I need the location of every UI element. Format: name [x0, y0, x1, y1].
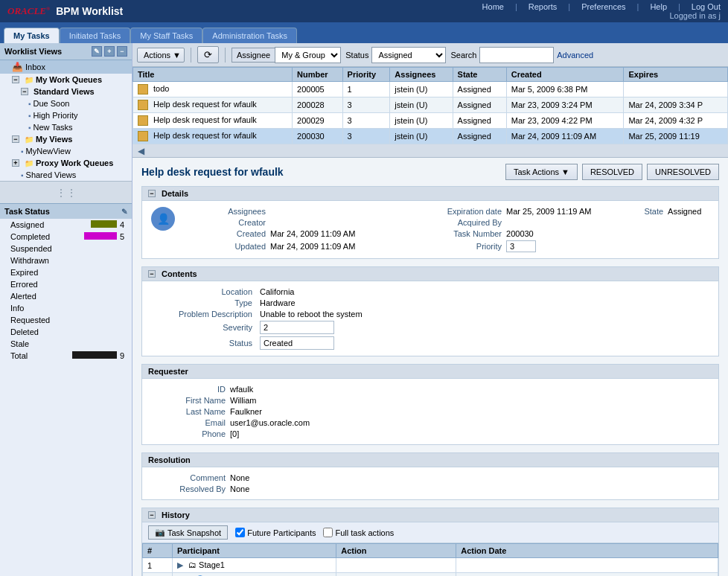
- status-select[interactable]: Assigned: [371, 47, 446, 63]
- col-header-title[interactable]: Title: [133, 68, 293, 82]
- sidebar: Worklist Views ✎ + − 📥 Inbox − 📁 My Work…: [0, 43, 132, 576]
- full-task-actions-checkbox[interactable]: [323, 528, 333, 537]
- task-actions-button[interactable]: Task Actions ▼: [505, 164, 578, 180]
- sidebar-item-inbox[interactable]: 📥 Inbox: [0, 60, 132, 74]
- sidebar-item-my-new-view[interactable]: ▪ MyNewView: [0, 145, 132, 157]
- status-row-suspended: Suspended: [0, 243, 132, 255]
- created-label: Created: [184, 229, 266, 238]
- logo-area: ORACLE® BPM Worklist: [7, 5, 123, 17]
- tab-administration-tasks[interactable]: Administration Tasks: [202, 28, 297, 43]
- table-row[interactable]: Help desk request for wfaulk 200028 3 js…: [133, 97, 728, 113]
- sidebar-remove-icon[interactable]: −: [117, 46, 127, 57]
- col-header-created[interactable]: Created: [506, 68, 624, 82]
- table-row[interactable]: Help desk request for wfaulk 200030 3 js…: [133, 129, 728, 144]
- folder-icon-work-queues: 📁: [25, 76, 33, 84]
- refresh-button[interactable]: ⟳: [197, 46, 219, 63]
- status-row-deleted: Deleted: [0, 326, 132, 338]
- sidebar-item-new-tasks[interactable]: ▪ New Tasks: [0, 121, 132, 133]
- history-col-action-date: Action Date: [456, 544, 718, 558]
- col-header-assignees[interactable]: Assignees: [390, 68, 453, 82]
- resolution-section-header[interactable]: Resolution: [142, 453, 718, 467]
- history-section-header[interactable]: − History: [142, 508, 718, 522]
- status-label-suspended: Suspended: [10, 244, 52, 253]
- task-snapshot-button[interactable]: 📷 Task Snapshot: [148, 525, 228, 540]
- sidebar-item-standard-views[interactable]: − Standard Views: [0, 86, 132, 97]
- task-status-edit-icon[interactable]: ✎: [121, 208, 127, 216]
- status-label-expired: Expired: [10, 268, 38, 277]
- status-row-stale: Stale: [0, 338, 132, 350]
- future-participants-checkbox[interactable]: [235, 528, 245, 537]
- nav-home[interactable]: Home: [482, 2, 504, 11]
- toolbar: Actions ▼ ⟳ Assignee My & Group Status A…: [132, 43, 728, 67]
- phone-value: [0]: [230, 429, 709, 438]
- sidebar-item-shared-views[interactable]: ▪ Shared Views: [0, 169, 132, 181]
- col-header-state[interactable]: State: [453, 68, 506, 82]
- scroll-left-icon[interactable]: ◀: [135, 146, 147, 156]
- task-number-0: 200005: [293, 82, 343, 97]
- sidebar-edit-icon[interactable]: ✎: [92, 46, 102, 57]
- detail-header: Help desk request for wfaulk Task Action…: [141, 164, 719, 180]
- unresolved-button[interactable]: UNRESOLVED: [647, 164, 719, 180]
- advanced-link[interactable]: Advanced: [557, 51, 593, 60]
- table-row[interactable]: Help desk request for wfaulk 200029 3 js…: [133, 113, 728, 129]
- details-section-body: 👤 Assignees Expiration date Mar 25, 2009…: [142, 201, 718, 258]
- scroll-nav: ◀: [132, 144, 728, 158]
- details-section-header[interactable]: − Details: [142, 187, 718, 201]
- severity-value[interactable]: 2: [260, 321, 334, 334]
- collapse-proxy-icon[interactable]: +: [12, 159, 19, 167]
- status-row-alerted: Alerted: [0, 290, 132, 302]
- tab-my-staff-tasks[interactable]: My Staff Tasks: [130, 28, 202, 43]
- camera-icon: 📷: [155, 528, 165, 537]
- due-soon-label: Due Soon: [33, 99, 70, 108]
- history-action-0: [336, 558, 456, 573]
- full-task-actions-checkbox-label[interactable]: Full task actions: [323, 528, 394, 537]
- collapse-my-views-icon[interactable]: −: [12, 135, 19, 143]
- history-col-participant: Participant: [173, 544, 336, 558]
- col-header-expires[interactable]: Expires: [624, 68, 728, 82]
- sidebar-item-due-soon[interactable]: ▪ Due Soon: [0, 97, 132, 109]
- requester-section-header[interactable]: Requester: [142, 365, 718, 379]
- priority-value[interactable]: 3: [506, 240, 536, 252]
- search-input[interactable]: [479, 47, 554, 63]
- task-assignees-3: jstein (U): [390, 129, 453, 144]
- nav-logout[interactable]: Log Out: [692, 2, 721, 11]
- tab-my-tasks[interactable]: My Tasks: [4, 28, 60, 43]
- col-header-number[interactable]: Number: [293, 68, 343, 82]
- folder-icon-proxy: 📁: [25, 159, 33, 167]
- col-header-priority[interactable]: Priority: [342, 68, 390, 82]
- status-bar-total: [72, 351, 117, 359]
- sidebar-item-my-work-queues[interactable]: − 📁 My Work Queues: [0, 74, 132, 86]
- details-collapse-icon[interactable]: −: [148, 190, 156, 197]
- resolved-button[interactable]: RESOLVED: [582, 164, 642, 180]
- status-row-assigned: Assigned 4: [0, 219, 132, 231]
- history-collapse-icon[interactable]: −: [148, 511, 156, 519]
- task-number-1: 200028: [293, 97, 343, 113]
- task-status-header: Task Status ✎: [0, 204, 132, 219]
- updated-value: Mar 24, 2009 11:09 AM: [270, 242, 363, 251]
- status-label-deleted: Deleted: [10, 327, 39, 336]
- collapse-standard-views-icon[interactable]: −: [21, 88, 28, 95]
- assignee-select[interactable]: My & Group: [275, 47, 341, 63]
- type-value: Hardware: [260, 298, 709, 307]
- sidebar-item-proxy-work-queues[interactable]: + 📁 Proxy Work Queues: [0, 157, 132, 169]
- future-participants-label: Future Participants: [247, 528, 316, 537]
- nav-help[interactable]: Help: [650, 2, 667, 11]
- table-row[interactable]: todo 200005 1 jstein (U) Assigned Mar 5,…: [133, 82, 728, 97]
- sidebar-add-icon[interactable]: +: [104, 46, 115, 57]
- nav-preferences[interactable]: Preferences: [581, 2, 625, 11]
- contents-section-label: Contents: [162, 269, 197, 278]
- collapse-work-queues-icon[interactable]: −: [12, 76, 19, 83]
- sidebar-item-my-views[interactable]: − 📁 My Views: [0, 133, 132, 145]
- sidebar-resize-handle[interactable]: ⋮⋮: [0, 181, 132, 203]
- list-icon-due-soon: ▪: [28, 100, 31, 108]
- status-field-value[interactable]: Created: [260, 336, 334, 350]
- contents-section-header[interactable]: − Contents: [142, 267, 718, 281]
- nav-reports[interactable]: Reports: [529, 2, 558, 11]
- actions-button[interactable]: Actions ▼: [137, 48, 185, 63]
- contents-collapse-icon[interactable]: −: [148, 270, 156, 278]
- expand-icon-0[interactable]: ▶: [177, 560, 183, 569]
- sidebar-item-high-priority[interactable]: ▪ High Priority: [0, 109, 132, 121]
- tab-initiated-tasks[interactable]: Initiated Tasks: [60, 28, 131, 43]
- creator-label: Creator: [184, 218, 266, 227]
- future-participants-checkbox-label[interactable]: Future Participants: [235, 528, 316, 537]
